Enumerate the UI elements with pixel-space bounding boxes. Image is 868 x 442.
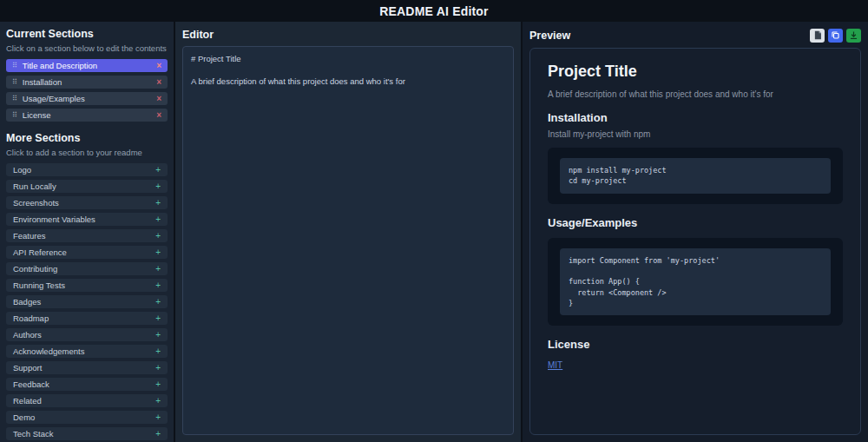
more-section-item-roadmap[interactable]: Roadmap + xyxy=(6,312,168,325)
more-section-item-badges[interactable]: Badges + xyxy=(6,295,168,308)
more-item-label: Authors xyxy=(13,330,42,340)
more-section-item-acknowledgements[interactable]: Acknowledgements + xyxy=(6,345,168,358)
more-section-item-feedback[interactable]: Feedback + xyxy=(6,378,168,391)
preview-header: Preview xyxy=(529,29,861,43)
add-section-icon[interactable]: + xyxy=(155,232,161,241)
file-icon xyxy=(813,30,822,43)
usage-code-block: import Component from 'my-project' funct… xyxy=(548,238,843,327)
readme-license-heading: License xyxy=(548,338,843,351)
add-section-icon[interactable]: + xyxy=(155,314,161,323)
view-raw-button[interactable] xyxy=(810,29,825,43)
editor-heading: Editor xyxy=(182,29,514,41)
more-section-item-screenshots[interactable]: Screenshots + xyxy=(6,196,168,209)
more-item-label: Related xyxy=(13,396,42,406)
more-section-item-environment-variables[interactable]: Environment Variables + xyxy=(6,213,168,226)
installation-code-block: npm install my-project cd my-project xyxy=(548,148,843,204)
preview-heading: Preview xyxy=(529,30,570,42)
more-sections-block: More Sections Click to add a section to … xyxy=(6,132,168,442)
remove-section-icon[interactable]: × xyxy=(156,111,161,120)
more-section-item-related[interactable]: Related + xyxy=(6,394,168,407)
more-item-label: Features xyxy=(13,231,46,241)
more-item-label: Run Locally xyxy=(13,181,56,191)
more-item-label: Acknowledgements xyxy=(13,346,84,356)
preview-panel: Preview xyxy=(523,22,868,442)
usage-code: import Component from 'my-project' funct… xyxy=(560,248,831,316)
more-item-label: Screenshots xyxy=(13,198,59,208)
more-section-item-support[interactable]: Support + xyxy=(6,361,168,374)
download-icon xyxy=(849,30,858,43)
add-section-icon[interactable]: + xyxy=(155,248,161,257)
add-section-icon[interactable]: + xyxy=(155,430,161,439)
section-item-installation[interactable]: ⠿ Installation × xyxy=(6,76,168,89)
editor-textarea[interactable]: # Project Title A brief description of w… xyxy=(182,46,514,435)
add-section-icon[interactable]: + xyxy=(155,182,161,191)
add-section-icon[interactable]: + xyxy=(155,347,161,356)
preview-rendered-readme: Project Title A brief description of wha… xyxy=(529,48,861,435)
more-section-item-authors[interactable]: Authors + xyxy=(6,328,168,341)
license-mit-link[interactable]: MIT xyxy=(548,360,562,370)
drag-handle-icon[interactable]: ⠿ xyxy=(12,79,17,86)
more-section-item-tech-stack[interactable]: Tech Stack + xyxy=(6,427,168,440)
section-item-title-and-description[interactable]: ⠿ Title and Description × xyxy=(6,59,168,72)
add-section-icon[interactable]: + xyxy=(155,380,161,389)
more-sections-subtitle: Click to add a section to your readme xyxy=(6,148,168,157)
add-section-icon[interactable]: + xyxy=(155,364,161,373)
more-section-item-contributing[interactable]: Contributing + xyxy=(6,262,168,275)
more-section-item-features[interactable]: Features + xyxy=(6,229,168,242)
add-section-icon[interactable]: + xyxy=(155,281,161,290)
readme-installation-heading: Installation xyxy=(548,111,843,124)
section-item-license[interactable]: ⠿ License × xyxy=(6,109,168,122)
copy-markdown-button[interactable] xyxy=(828,29,843,43)
more-section-item-demo[interactable]: Demo + xyxy=(6,411,168,424)
section-item-label: License xyxy=(23,110,51,120)
readme-usage-heading: Usage/Examples xyxy=(548,216,843,229)
download-readme-button[interactable] xyxy=(846,29,861,43)
add-section-icon[interactable]: + xyxy=(155,397,161,406)
editor-panel: Editor # Project Title A brief descripti… xyxy=(175,22,521,442)
more-sections-list: Logo + Run Locally + Screenshots + Envir… xyxy=(6,163,168,442)
drag-handle-icon[interactable]: ⠿ xyxy=(12,96,17,102)
more-item-label: Contributing xyxy=(13,264,57,274)
more-item-label: Environment Variables xyxy=(13,214,95,224)
more-item-label: Support xyxy=(13,363,42,373)
add-section-icon[interactable]: + xyxy=(155,265,161,274)
app-header: README AI Editor xyxy=(0,0,868,22)
more-sections-heading: More Sections xyxy=(6,132,168,144)
section-item-label: Installation xyxy=(23,77,62,87)
more-item-label: Feedback xyxy=(13,379,49,389)
drag-handle-icon[interactable]: ⠿ xyxy=(12,63,17,69)
installation-code: npm install my-project cd my-project xyxy=(560,158,831,194)
remove-section-icon[interactable]: × xyxy=(156,62,161,70)
more-item-label: Badges xyxy=(13,297,41,307)
current-sections-heading: Current Sections xyxy=(6,28,168,40)
main-layout: Current Sections Click on a section belo… xyxy=(0,22,868,442)
copy-icon xyxy=(831,30,840,43)
add-section-icon[interactable]: + xyxy=(155,331,161,340)
readme-description: A brief description of what this project… xyxy=(548,89,843,99)
more-section-item-run-locally[interactable]: Run Locally + xyxy=(6,180,168,193)
more-item-label: Roadmap xyxy=(13,313,49,323)
section-item-label: Usage/Examples xyxy=(23,94,85,103)
more-section-item-logo[interactable]: Logo + xyxy=(6,163,168,176)
current-sections-list: ⠿ Title and Description × ⠿ Installation… xyxy=(6,59,168,122)
remove-section-icon[interactable]: × xyxy=(156,95,161,103)
readme-installation-text: Install my-project with npm xyxy=(548,129,843,139)
section-item-label: Title and Description xyxy=(23,61,97,70)
more-item-label: Tech Stack xyxy=(13,429,53,439)
more-section-item-api-reference[interactable]: API Reference + xyxy=(6,246,168,259)
add-section-icon[interactable]: + xyxy=(155,215,161,224)
more-section-item-running-tests[interactable]: Running Tests + xyxy=(6,279,168,292)
add-section-icon[interactable]: + xyxy=(155,298,161,307)
more-item-label: API Reference xyxy=(13,247,67,257)
remove-section-icon[interactable]: × xyxy=(156,78,161,87)
add-section-icon[interactable]: + xyxy=(155,413,161,422)
add-section-icon[interactable]: + xyxy=(155,199,161,208)
add-section-icon[interactable]: + xyxy=(155,166,161,175)
section-item-usage-examples[interactable]: ⠿ Usage/Examples × xyxy=(6,92,168,105)
drag-handle-icon[interactable]: ⠿ xyxy=(12,112,17,119)
readme-title: Project Title xyxy=(548,63,843,81)
more-item-label: Demo xyxy=(13,412,35,422)
sections-sidebar: Current Sections Click on a section belo… xyxy=(0,22,174,442)
more-item-label: Logo xyxy=(13,165,31,175)
current-sections-subtitle: Click on a section below to edit the con… xyxy=(6,43,168,53)
